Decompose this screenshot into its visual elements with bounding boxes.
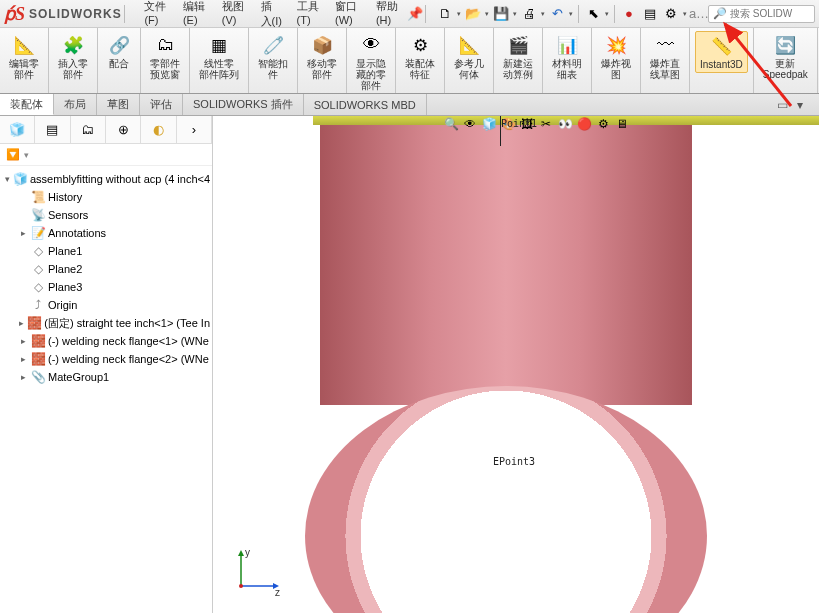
- tree-item-7[interactable]: ▸🧱(固定) straight tee inch<1> (Tee In: [2, 314, 210, 332]
- property-tab-icon[interactable]: ▤: [35, 116, 70, 143]
- ribbon-label-7: 显示隐 藏的零 部件: [356, 58, 386, 91]
- collapse-icon[interactable]: ▾: [5, 171, 10, 187]
- tree-item-10[interactable]: ▸📎MateGroup1: [2, 368, 210, 386]
- ribbon-min-icon[interactable]: ▭: [777, 98, 791, 112]
- expand-icon[interactable]: ▸: [19, 315, 24, 331]
- ribbon-12[interactable]: 💥爆炸视 图: [597, 31, 635, 82]
- new-icon[interactable]: 🗋: [436, 5, 454, 23]
- svg-point-4: [239, 584, 243, 588]
- menu-window[interactable]: 窗口(W): [329, 0, 368, 31]
- tree-item-1[interactable]: 📡Sensors: [2, 206, 210, 224]
- tree-item-6[interactable]: ⤴Origin: [2, 296, 210, 314]
- tree-item-5[interactable]: ◇Plane3: [2, 278, 210, 296]
- point3-label: EPoint3: [493, 456, 535, 467]
- ribbon-14[interactable]: 📏Instant3D: [695, 31, 748, 73]
- tab-mbd[interactable]: SOLIDWORKS MBD: [304, 94, 427, 115]
- menu-tools[interactable]: 工具(T): [291, 0, 327, 31]
- open-icon[interactable]: 📂: [464, 5, 482, 23]
- vp-hide-icon[interactable]: 👀: [557, 116, 573, 132]
- model-flange-face[interactable]: [305, 386, 707, 613]
- tree-item-label: Plane3: [48, 279, 82, 295]
- ribbon-8[interactable]: ⚙装配体 特征: [401, 31, 439, 82]
- ribbon-label-2: 配合: [109, 58, 129, 69]
- print-icon[interactable]: 🖨: [520, 5, 538, 23]
- more-commands[interactable]: a…: [690, 5, 708, 23]
- main-area: 🧊 ▤ 🗂 ⊕ ◐ › 🔽 ▾ ▾ 🧊 assemblyfitting with…: [0, 116, 819, 613]
- tree-item-8[interactable]: ▸🧱(-) welding neck flange<1> (WNe: [2, 332, 210, 350]
- menu-insert[interactable]: 插入(I): [255, 0, 289, 31]
- menu-view[interactable]: 视图(V): [216, 0, 253, 31]
- rebuild-icon[interactable]: ●: [620, 5, 638, 23]
- menu-edit[interactable]: 编辑(E): [177, 0, 214, 31]
- expand-icon[interactable]: ▸: [19, 351, 28, 367]
- tab-layout[interactable]: 布局: [54, 94, 97, 115]
- tree-item-label: (-) welding neck flange<2> (WNe: [48, 351, 209, 367]
- options-panel-icon[interactable]: ▤: [641, 5, 659, 23]
- select-icon[interactable]: ⬉: [584, 5, 602, 23]
- feature-tree-tab-icon[interactable]: 🧊: [0, 116, 35, 143]
- vp-orient-icon[interactable]: 🧊: [481, 116, 497, 132]
- search-icon: 🔎: [713, 7, 727, 20]
- expand-icon[interactable]: ›: [177, 116, 212, 143]
- tree-item-2[interactable]: ▸📝Annotations: [2, 224, 210, 242]
- tab-sketch[interactable]: 草图: [97, 94, 140, 115]
- ribbon-15[interactable]: 🔄更新 Speedpak: [759, 31, 812, 82]
- tree-item-3[interactable]: ◇Plane1: [2, 242, 210, 260]
- model-pipe-body[interactable]: [320, 125, 692, 405]
- display-tab-icon[interactable]: ◐: [141, 116, 176, 143]
- expand-icon[interactable]: ▸: [19, 333, 28, 349]
- vp-screen-icon[interactable]: 🖥: [614, 116, 630, 132]
- ribbon-11[interactable]: 📊材料明 细表: [548, 31, 586, 82]
- ribbon-icon-15: 🔄: [773, 33, 797, 57]
- vp-view-icon[interactable]: 👁: [462, 116, 478, 132]
- vp-section-icon[interactable]: ✂: [538, 116, 554, 132]
- ribbon-10[interactable]: 🎬新建运 动算例: [499, 31, 537, 82]
- ribbon-9[interactable]: 📐参考几 何体: [450, 31, 488, 82]
- filter-row[interactable]: 🔽 ▾: [0, 144, 212, 166]
- ribbon-icon-9: 📐: [457, 33, 481, 57]
- undo-icon[interactable]: ↶: [548, 5, 566, 23]
- pin-icon[interactable]: 📌: [407, 5, 423, 23]
- tab-swaddin[interactable]: SOLIDWORKS 插件: [183, 94, 304, 115]
- dimxpert-tab-icon[interactable]: ⊕: [106, 116, 141, 143]
- ribbon-1[interactable]: 🧩插入零 部件: [54, 31, 92, 82]
- config-tab-icon[interactable]: 🗂: [71, 116, 106, 143]
- menu-file[interactable]: 文件(F): [138, 0, 174, 31]
- tree-item-9[interactable]: ▸🧱(-) welding neck flange<2> (WNe: [2, 350, 210, 368]
- ribbon-2[interactable]: 🔗配合: [103, 31, 135, 71]
- ribbon-6[interactable]: 📦移动零 部件: [303, 31, 341, 82]
- ribbon-0[interactable]: 📐编辑零 部件: [5, 31, 43, 82]
- expand-icon[interactable]: ▸: [19, 225, 28, 241]
- logo-text: SOLIDWORKS: [29, 7, 122, 21]
- tree-item-label: (-) welding neck flange<1> (WNe: [48, 333, 209, 349]
- options-icon[interactable]: ⚙: [662, 5, 680, 23]
- main-menu: 文件(F) 编辑(E) 视图(V) 插入(I) 工具(T) 窗口(W) 帮助(H…: [138, 0, 407, 31]
- search-input[interactable]: [730, 8, 810, 19]
- tree-item-0[interactable]: 📜History: [2, 188, 210, 206]
- vp-appear-icon[interactable]: 🔴: [576, 116, 592, 132]
- vp-setting-icon[interactable]: ⚙: [595, 116, 611, 132]
- vp-zoom-icon[interactable]: 🔍: [443, 116, 459, 132]
- ribbon-4[interactable]: ▦线性零 部件阵列: [195, 31, 243, 82]
- menu-help[interactable]: 帮助(H): [370, 0, 407, 31]
- save-icon[interactable]: 💾: [492, 5, 510, 23]
- point1-label: Point1: [501, 118, 537, 129]
- ribbon-label-8: 装配体 特征: [405, 58, 435, 80]
- tree-item-4[interactable]: ◇Plane2: [2, 260, 210, 278]
- tree-root[interactable]: ▾ 🧊 assemblyfitting without acp (4 inch<…: [2, 170, 210, 188]
- tree-item-label: Annotations: [48, 225, 106, 241]
- tab-evaluate[interactable]: 评估: [140, 94, 183, 115]
- tab-assembly[interactable]: 装配体: [0, 94, 54, 115]
- search-box[interactable]: 🔎: [708, 5, 815, 23]
- tree-item-label: History: [48, 189, 82, 205]
- expand-icon[interactable]: ▸: [19, 369, 28, 385]
- ribbon-5[interactable]: 🧷智能扣 件: [254, 31, 292, 82]
- ribbon-label-1: 插入零 部件: [58, 58, 88, 80]
- ribbon-13[interactable]: 〰爆炸直 线草图: [646, 31, 684, 82]
- ribbon-7[interactable]: 👁显示隐 藏的零 部件: [352, 31, 390, 93]
- viewport-3d[interactable]: 🔍 👁 🧊 🎨 🖼 ✂ 👀 🔴 ⚙ 🖥 Point1 EPoint3 y z: [213, 116, 819, 613]
- axis-x-label: z: [275, 587, 280, 598]
- triad-axis[interactable]: y z: [231, 546, 281, 598]
- ribbon-collapse-icon[interactable]: ▾: [797, 98, 811, 112]
- ribbon-3[interactable]: 🗂零部件 预览窗: [146, 31, 184, 82]
